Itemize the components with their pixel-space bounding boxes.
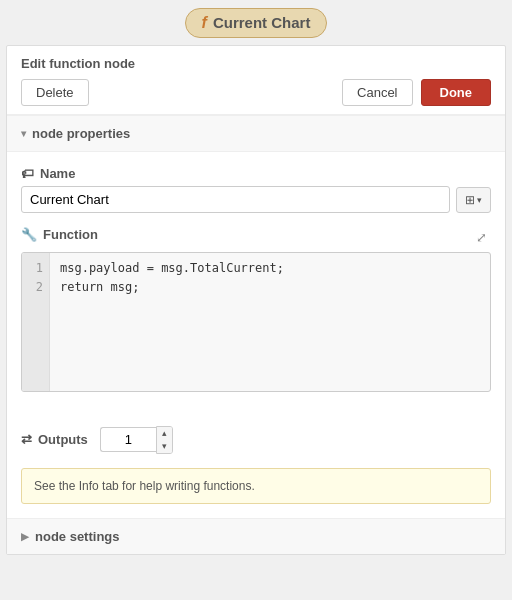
code-label-row: 🔧 Function ⤢ (21, 227, 491, 247)
line-numbers: 1 2 (22, 253, 50, 391)
info-text: See the Info tab for help writing functi… (34, 479, 255, 493)
spinner-buttons: ▴ ▾ (156, 426, 173, 454)
outputs-label: ⇄ Outputs (21, 432, 88, 447)
wrench-icon: 🔧 (21, 227, 37, 242)
node-settings-header[interactable]: ▶ node settings (7, 518, 505, 554)
spinner-down-button[interactable]: ▾ (157, 440, 172, 453)
chevron-down-icon: ▾ (21, 128, 26, 139)
name-field-label: 🏷 Name (21, 166, 491, 181)
outputs-input[interactable] (100, 427, 156, 452)
node-properties-label: node properties (32, 126, 130, 141)
done-button[interactable]: Done (421, 79, 492, 106)
action-buttons: Cancel Done (342, 79, 491, 106)
title-badge: f Current Chart (185, 8, 328, 38)
info-box: See the Info tab for help writing functi… (21, 468, 491, 504)
cancel-button[interactable]: Cancel (342, 79, 412, 106)
name-icon-button[interactable]: ⊞ ▾ (456, 187, 491, 213)
name-input-row: ⊞ ▾ (21, 186, 491, 213)
outputs-row: ⇄ Outputs ▴ ▾ (7, 426, 505, 468)
line-num-1: 1 (28, 259, 43, 278)
chevron-right-icon: ▶ (21, 531, 29, 542)
expand-button[interactable]: ⤢ (472, 228, 491, 247)
line-num-2: 2 (28, 278, 43, 297)
function-icon: f (202, 14, 207, 32)
button-row: Delete Cancel Done (21, 79, 491, 106)
dropdown-arrow-icon: ▾ (477, 195, 482, 205)
code-content: msg.payload = msg.TotalCurrent; return m… (50, 253, 490, 391)
shuffle-icon: ⇄ (21, 432, 32, 447)
title-text: Current Chart (213, 14, 311, 31)
spinner-up-button[interactable]: ▴ (157, 427, 172, 440)
outputs-label-text: Outputs (38, 432, 88, 447)
edit-header: Edit function node Delete Cancel Done (7, 46, 505, 115)
name-field-row: 🏷 Name ⊞ ▾ (21, 166, 491, 213)
node-settings-label: node settings (35, 529, 120, 544)
function-label-text: Function (43, 227, 98, 242)
name-label-text: Name (40, 166, 75, 181)
node-properties-header[interactable]: ▾ node properties (7, 115, 505, 152)
edit-header-title: Edit function node (21, 56, 491, 71)
code-line-2: return msg; (60, 278, 480, 297)
bottom-space (0, 555, 512, 575)
code-line-1: msg.payload = msg.TotalCurrent; (60, 259, 480, 278)
code-editor[interactable]: 1 2 msg.payload = msg.TotalCurrent; retu… (21, 252, 491, 392)
delete-button[interactable]: Delete (21, 79, 89, 106)
image-icon: ⊞ (465, 193, 475, 207)
function-field-row: 🔧 Function ⤢ 1 2 msg.payload = msg.Total… (21, 227, 491, 392)
function-field-label: 🔧 Function (21, 227, 98, 242)
outputs-spinner[interactable]: ▴ ▾ (100, 426, 173, 454)
node-properties-content: 🏷 Name ⊞ ▾ 🔧 Function ⤢ (7, 152, 505, 416)
title-bar: f Current Chart (0, 0, 512, 45)
name-input[interactable] (21, 186, 450, 213)
tag-icon: 🏷 (21, 166, 34, 181)
main-panel: Edit function node Delete Cancel Done ▾ … (6, 45, 506, 555)
